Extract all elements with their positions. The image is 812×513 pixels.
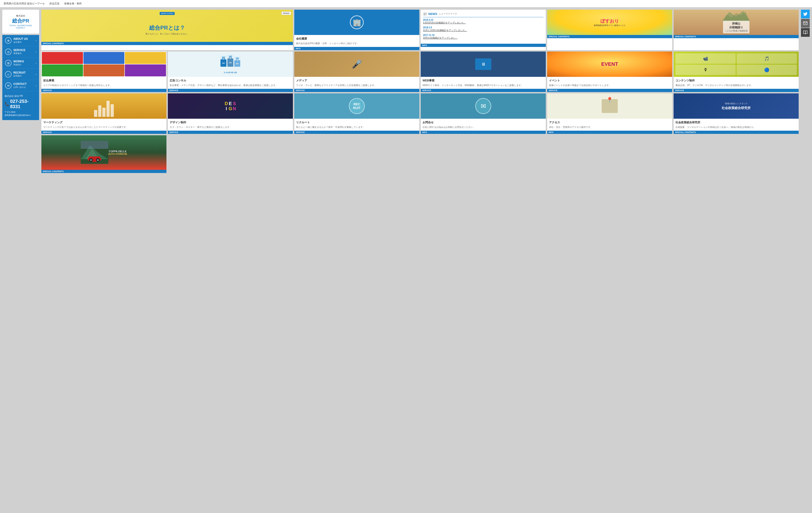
design-letter-s: S (233, 101, 236, 106)
top-navigation: 群馬県の広告代理店 総合ビーアール 折込広告 各種企画・制作 (0, 0, 812, 7)
news-text-0[interactable]: 1月2月3月の出稿統計をアップしました。 (423, 21, 544, 24)
contact-arrow: › (36, 84, 36, 87)
news-date-0: 2018.4.10 (423, 19, 544, 21)
twitter-icon (803, 12, 808, 16)
card-coppa[interactable]: COPPA DELLE AUTO STORICHE SPECIAL CONTEN… (41, 135, 167, 173)
content-icon-lens: 🔵 (736, 65, 797, 75)
card-grid-row4: COPPA DELLE AUTO STORICHE SPECIAL CONTEN… (41, 135, 799, 173)
card-desc-event: 各種イベントの企画〜実施までを総合的にサポートします。 (549, 83, 670, 87)
coppa-text: COPPA DELLE AUTO STORICHE (108, 150, 127, 155)
card-desc-shakai: 企画提案、コンサルテーションの領域は広く社会へ。地域の創生は地域から。 (675, 125, 797, 129)
works-icon: ⊞ (5, 60, 11, 66)
nav-item-kikaku[interactable]: 各種企画・制作 (64, 2, 82, 5)
sidebar-item-about[interactable]: ⊕ ABOUT US 会社案内 › (2, 35, 39, 46)
card-tag-posutori: SPECIAL CONTENTS (547, 35, 672, 38)
pasha-overlay: PASHA! (281, 11, 291, 15)
card-tag-coppa: SPECIAL CONTENTS (41, 170, 167, 173)
mail-icon: ✉ (475, 98, 491, 114)
mail-button[interactable] (801, 19, 810, 28)
sidebar-item-works[interactable]: ⊞ WORKS 実績紹介 › (2, 57, 39, 69)
card-tag-koukoku: SERVICE (168, 89, 293, 92)
card-marketing[interactable]: マーケティング マーケティングが全てではありませんが全てのことにマーケティングが… (41, 93, 167, 134)
card-event[interactable]: EVENT イベント 各種イベントの企画〜実施までを総合的にサポートします。 S… (547, 52, 672, 92)
card-grid-row3: マーケティング マーケティングが全てではありませんが全てのことにマーケティングが… (41, 93, 799, 134)
bar-5 (111, 104, 114, 117)
nav-item-main[interactable]: 群馬県の広告代理店 総合ビーアール (4, 2, 45, 5)
card-news[interactable]: 📰 NEWS ニュースリリース 2018.4.10 1月2月3月の出稿統計をアッ… (421, 10, 546, 50)
card-desc-contents: 番組企画、VP、ラジオCM、デジタルコンテンツ等の企画開発を行います。 (675, 83, 797, 87)
news-text-2[interactable]: 10月の出稿統計をアップしまし... (423, 36, 544, 39)
card-tag-design: SERVICE (168, 131, 293, 134)
svg-point-10 (90, 159, 92, 161)
social-sidebar (801, 10, 810, 173)
map-pin-icon: 📍 (606, 97, 613, 103)
card-desc-web: WEBサイト制作、インターネット広告、WEB解析、最適なWEBプロモーションをご… (423, 83, 544, 87)
card-sougoupr[interactable]: PASHA! WHAT'S SPR? 総合PRとは？ 私たちのこと、知っておいて… (41, 10, 293, 50)
card-contents[interactable]: 📹 🎵 🎙 🔵 コンテンツ制作 番組企画、VP、ラジオCM、デジタルコンテンツ等… (674, 52, 799, 92)
card-company-overview[interactable]: 🏢 会社概要 株式会社総合PRの概要・沿革・メッセージ等のご紹介です。 INFO (294, 10, 419, 50)
phone-number: 027-253-8331 (10, 99, 37, 109)
news-item-1[interactable]: 2018.2.9 11月と12月の出稿統計をアップしました。 (423, 26, 544, 32)
sidebar-label-jp-works: 実績紹介 (13, 63, 24, 66)
sidebar-item-recruit[interactable]: ☺ RECRUIT 採用案内 › (2, 69, 39, 80)
card-tag-orikomi: SERVICE (41, 89, 167, 92)
card-title-contents: コンテンツ制作 (675, 79, 797, 83)
svg-rect-5 (81, 141, 108, 149)
card-title-access: アクセス (549, 120, 670, 125)
card-desc-marketing: マーケティングが全てではありませんが全てのことにマーケティングが必要です。 (43, 125, 165, 129)
card-tag-sougoupr: SPECIAL CONTENTS (41, 42, 293, 45)
card-tag-event: SERVICE (547, 89, 672, 92)
card-recruit2[interactable]: REC RUIT リクルート 私たちと一緒に働きませんか？新卒・中途問わず募集し… (294, 93, 419, 134)
sidebar-label-jp-recruit: 採用案内 (13, 75, 26, 78)
sidebar-item-service[interactable]: ◎ SERVICE 事業案内 › (2, 46, 39, 57)
news-date-2: 2017.11.16 (423, 34, 544, 36)
card-desc-orikomi: エリアの特定からポスティングまで地域外へ迅速な対応をします。 (43, 83, 165, 87)
card-orikomi[interactable]: 折込事業 エリアの特定からポスティングまで地域外へ迅速な対応をします。 SERV… (41, 52, 167, 92)
card-koukoku[interactable]: AD AD AD AD (168, 52, 293, 92)
contact-address: 〒371-0846 群馬県前橋市元総社町936-4 (5, 111, 37, 117)
coppa-svg (81, 141, 108, 164)
card-title-otoiawase: お問合せ (423, 120, 544, 125)
card-tag-recruit2: SERVICE (294, 131, 419, 134)
media-mic-icon: 🎤 (352, 59, 362, 69)
card-title-web: WEB事業 (423, 79, 544, 83)
card-title-event: イベント (549, 79, 670, 83)
sidebar-label-jp-service: 事業案内 (13, 52, 25, 55)
card-tag-akagi: SPECIAL CONTENTS (674, 35, 799, 38)
news-item-2[interactable]: 2017.11.16 10月の出稿統計をアップしまし... (423, 34, 544, 39)
sidebar-label-jp-contact: お問い合わせ (13, 86, 27, 89)
card-otoiawase[interactable]: ✉ お問合せ 広告に関するお悩みはお気軽にお問合せください。 INFO (421, 93, 546, 134)
card-media[interactable]: 🎤 メディア ラジオ・テレビ・新聞などマスメディアを利用した広告展開をご提案しま… (294, 52, 419, 92)
news-item-0[interactable]: 2018.4.10 1月2月3月の出稿統計をアップしました。 (423, 19, 544, 24)
recruit-icon: ☺ (5, 71, 11, 78)
nav-item-orikomi[interactable]: 折込広告 (50, 2, 60, 5)
design-letter-g: G (229, 106, 232, 111)
posutori-sub: 新聞無購読世帯等 チラシ配達サービス (594, 24, 626, 27)
card-title-media: メディア (296, 79, 417, 83)
book-button[interactable] (801, 28, 810, 37)
card-web[interactable]: 🖥 WEB事業 WEBサイト制作、インターネット広告、WEB解析、最適なWEBプ… (421, 52, 546, 92)
sidebar-label-jp-about: 会社案内 (13, 41, 28, 44)
card-posutori[interactable]: ぽすおり 新聞無購読世帯等 チラシ配達サービス SPECIAL CONTENTS (547, 10, 672, 50)
card-design[interactable]: D E S I G N デザイン制作 ロゴ・チラシ・ポスター・冊子など最良のご提… (168, 93, 293, 134)
card-title-marketing: マーケティング (43, 120, 165, 125)
news-title: NEWS (428, 12, 437, 16)
about-arrow: › (36, 39, 36, 42)
card-grid-row2: 折込事業 エリアの特定からポスティングまで地域外へ迅速な対応をします。 SERV… (41, 52, 799, 92)
svg-point-11 (97, 159, 99, 161)
news-text-1[interactable]: 11月と12月の出稿統計をアップしました。 (423, 29, 544, 32)
card-akagi[interactable]: 赤城山 分校物語り こどもの育成と地域交流 SPECIAL CONTENTS (674, 10, 799, 50)
akagi-title: 赤城山 分校物語り (725, 22, 748, 29)
card-shakai[interactable]: 地域の総合シンクタンク 社会政策総合研究所 社会政策総合研究所 企画提案、コンサ… (674, 93, 799, 134)
news-icon: 📰 (423, 12, 427, 16)
bar-4 (107, 101, 110, 117)
twitter-button[interactable] (801, 10, 810, 19)
card-desc-otoiawase: 広告に関するお悩みはお気軽にお問合せください。 (423, 125, 544, 129)
sidebar-item-contact[interactable]: ✉ CONTACT お問い合わせ › (2, 80, 39, 91)
logo-main: 総合PR (5, 18, 37, 24)
design-letter-d: D (225, 101, 228, 106)
logo-kaisha: 株式会社 (5, 14, 37, 18)
logo-sub: TOTAL ADVERTISING AGENCY (5, 24, 37, 29)
card-access[interactable]: 📍 アクセス 本社・支社・営業所のアクセス案内です。 INFO (547, 93, 672, 134)
card-tag-otoiawase: INFO (421, 131, 546, 134)
